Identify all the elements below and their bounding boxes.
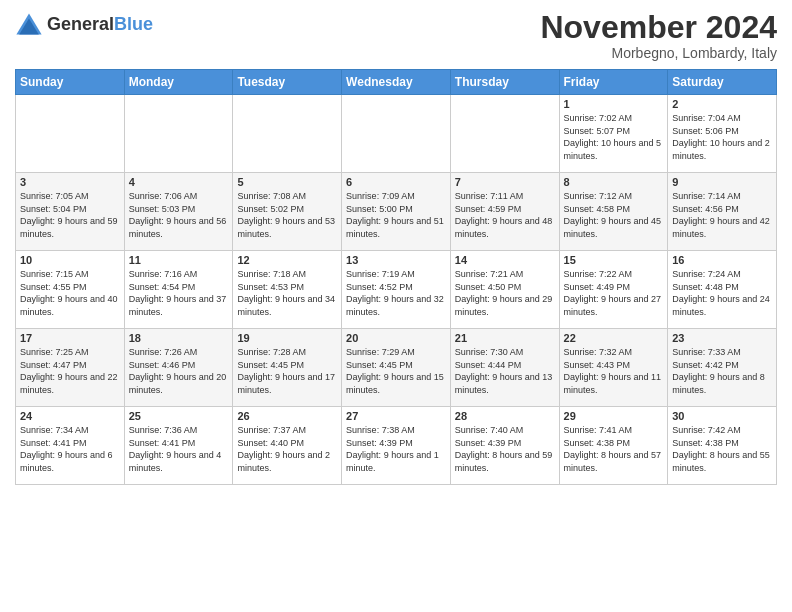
cell-info: Sunrise: 7:38 AMSunset: 4:39 PMDaylight:… <box>346 424 446 474</box>
cell-info: Sunrise: 7:05 AMSunset: 5:04 PMDaylight:… <box>20 190 120 240</box>
cell-info: Sunrise: 7:15 AMSunset: 4:55 PMDaylight:… <box>20 268 120 318</box>
day-cell: 25 Sunrise: 7:36 AMSunset: 4:41 PMDaylig… <box>124 407 233 485</box>
day-number: 21 <box>455 332 555 344</box>
day-cell: 17 Sunrise: 7:25 AMSunset: 4:47 PMDaylig… <box>16 329 125 407</box>
day-cell <box>342 95 451 173</box>
day-number: 9 <box>672 176 772 188</box>
calendar-table: Sunday Monday Tuesday Wednesday Thursday… <box>15 69 777 485</box>
week-row-2: 3 Sunrise: 7:05 AMSunset: 5:04 PMDayligh… <box>16 173 777 251</box>
day-cell <box>450 95 559 173</box>
cell-info: Sunrise: 7:14 AMSunset: 4:56 PMDaylight:… <box>672 190 772 240</box>
col-monday: Monday <box>124 70 233 95</box>
day-cell: 26 Sunrise: 7:37 AMSunset: 4:40 PMDaylig… <box>233 407 342 485</box>
day-cell: 13 Sunrise: 7:19 AMSunset: 4:52 PMDaylig… <box>342 251 451 329</box>
col-wednesday: Wednesday <box>342 70 451 95</box>
title-block: November 2024 Morbegno, Lombardy, Italy <box>540 10 777 61</box>
logo-blue: Blue <box>114 14 153 34</box>
day-cell: 1 Sunrise: 7:02 AMSunset: 5:07 PMDayligh… <box>559 95 668 173</box>
cell-info: Sunrise: 7:32 AMSunset: 4:43 PMDaylight:… <box>564 346 664 396</box>
cell-info: Sunrise: 7:19 AMSunset: 4:52 PMDaylight:… <box>346 268 446 318</box>
day-cell: 24 Sunrise: 7:34 AMSunset: 4:41 PMDaylig… <box>16 407 125 485</box>
cell-info: Sunrise: 7:33 AMSunset: 4:42 PMDaylight:… <box>672 346 772 396</box>
col-saturday: Saturday <box>668 70 777 95</box>
header-row: Sunday Monday Tuesday Wednesday Thursday… <box>16 70 777 95</box>
day-cell <box>16 95 125 173</box>
week-row-4: 17 Sunrise: 7:25 AMSunset: 4:47 PMDaylig… <box>16 329 777 407</box>
cell-info: Sunrise: 7:40 AMSunset: 4:39 PMDaylight:… <box>455 424 555 474</box>
location-subtitle: Morbegno, Lombardy, Italy <box>540 45 777 61</box>
day-number: 2 <box>672 98 772 110</box>
day-number: 10 <box>20 254 120 266</box>
day-number: 25 <box>129 410 229 422</box>
cell-info: Sunrise: 7:02 AMSunset: 5:07 PMDaylight:… <box>564 112 664 162</box>
day-number: 17 <box>20 332 120 344</box>
day-number: 14 <box>455 254 555 266</box>
day-cell: 12 Sunrise: 7:18 AMSunset: 4:53 PMDaylig… <box>233 251 342 329</box>
day-number: 26 <box>237 410 337 422</box>
day-cell: 30 Sunrise: 7:42 AMSunset: 4:38 PMDaylig… <box>668 407 777 485</box>
logo-text: GeneralBlue <box>47 14 153 35</box>
week-row-3: 10 Sunrise: 7:15 AMSunset: 4:55 PMDaylig… <box>16 251 777 329</box>
day-cell: 3 Sunrise: 7:05 AMSunset: 5:04 PMDayligh… <box>16 173 125 251</box>
cell-info: Sunrise: 7:09 AMSunset: 5:00 PMDaylight:… <box>346 190 446 240</box>
day-cell: 20 Sunrise: 7:29 AMSunset: 4:45 PMDaylig… <box>342 329 451 407</box>
day-cell: 27 Sunrise: 7:38 AMSunset: 4:39 PMDaylig… <box>342 407 451 485</box>
cell-info: Sunrise: 7:34 AMSunset: 4:41 PMDaylight:… <box>20 424 120 474</box>
day-cell: 18 Sunrise: 7:26 AMSunset: 4:46 PMDaylig… <box>124 329 233 407</box>
month-title: November 2024 <box>540 10 777 45</box>
day-cell: 9 Sunrise: 7:14 AMSunset: 4:56 PMDayligh… <box>668 173 777 251</box>
cell-info: Sunrise: 7:04 AMSunset: 5:06 PMDaylight:… <box>672 112 772 162</box>
day-cell: 16 Sunrise: 7:24 AMSunset: 4:48 PMDaylig… <box>668 251 777 329</box>
cell-info: Sunrise: 7:30 AMSunset: 4:44 PMDaylight:… <box>455 346 555 396</box>
day-cell: 21 Sunrise: 7:30 AMSunset: 4:44 PMDaylig… <box>450 329 559 407</box>
day-cell: 14 Sunrise: 7:21 AMSunset: 4:50 PMDaylig… <box>450 251 559 329</box>
day-number: 11 <box>129 254 229 266</box>
cell-info: Sunrise: 7:11 AMSunset: 4:59 PMDaylight:… <box>455 190 555 240</box>
cell-info: Sunrise: 7:18 AMSunset: 4:53 PMDaylight:… <box>237 268 337 318</box>
day-number: 23 <box>672 332 772 344</box>
col-tuesday: Tuesday <box>233 70 342 95</box>
day-cell: 5 Sunrise: 7:08 AMSunset: 5:02 PMDayligh… <box>233 173 342 251</box>
cell-info: Sunrise: 7:22 AMSunset: 4:49 PMDaylight:… <box>564 268 664 318</box>
header: GeneralBlue November 2024 Morbegno, Lomb… <box>15 10 777 61</box>
cell-info: Sunrise: 7:24 AMSunset: 4:48 PMDaylight:… <box>672 268 772 318</box>
cell-info: Sunrise: 7:16 AMSunset: 4:54 PMDaylight:… <box>129 268 229 318</box>
day-number: 5 <box>237 176 337 188</box>
day-number: 7 <box>455 176 555 188</box>
day-number: 13 <box>346 254 446 266</box>
cell-info: Sunrise: 7:21 AMSunset: 4:50 PMDaylight:… <box>455 268 555 318</box>
day-cell <box>233 95 342 173</box>
week-row-5: 24 Sunrise: 7:34 AMSunset: 4:41 PMDaylig… <box>16 407 777 485</box>
cell-info: Sunrise: 7:37 AMSunset: 4:40 PMDaylight:… <box>237 424 337 474</box>
main-container: GeneralBlue November 2024 Morbegno, Lomb… <box>0 0 792 495</box>
day-number: 28 <box>455 410 555 422</box>
day-cell: 2 Sunrise: 7:04 AMSunset: 5:06 PMDayligh… <box>668 95 777 173</box>
day-number: 6 <box>346 176 446 188</box>
day-number: 20 <box>346 332 446 344</box>
day-cell: 19 Sunrise: 7:28 AMSunset: 4:45 PMDaylig… <box>233 329 342 407</box>
day-number: 4 <box>129 176 229 188</box>
day-number: 1 <box>564 98 664 110</box>
day-number: 24 <box>20 410 120 422</box>
day-number: 12 <box>237 254 337 266</box>
day-number: 30 <box>672 410 772 422</box>
col-thursday: Thursday <box>450 70 559 95</box>
col-sunday: Sunday <box>16 70 125 95</box>
day-number: 27 <box>346 410 446 422</box>
cell-info: Sunrise: 7:25 AMSunset: 4:47 PMDaylight:… <box>20 346 120 396</box>
day-number: 8 <box>564 176 664 188</box>
day-number: 19 <box>237 332 337 344</box>
day-cell: 10 Sunrise: 7:15 AMSunset: 4:55 PMDaylig… <box>16 251 125 329</box>
day-cell: 6 Sunrise: 7:09 AMSunset: 5:00 PMDayligh… <box>342 173 451 251</box>
day-number: 3 <box>20 176 120 188</box>
day-cell: 22 Sunrise: 7:32 AMSunset: 4:43 PMDaylig… <box>559 329 668 407</box>
cell-info: Sunrise: 7:08 AMSunset: 5:02 PMDaylight:… <box>237 190 337 240</box>
day-cell: 23 Sunrise: 7:33 AMSunset: 4:42 PMDaylig… <box>668 329 777 407</box>
logo-icon <box>15 10 43 38</box>
day-number: 29 <box>564 410 664 422</box>
day-number: 16 <box>672 254 772 266</box>
cell-info: Sunrise: 7:28 AMSunset: 4:45 PMDaylight:… <box>237 346 337 396</box>
col-friday: Friday <box>559 70 668 95</box>
cell-info: Sunrise: 7:42 AMSunset: 4:38 PMDaylight:… <box>672 424 772 474</box>
day-cell: 7 Sunrise: 7:11 AMSunset: 4:59 PMDayligh… <box>450 173 559 251</box>
